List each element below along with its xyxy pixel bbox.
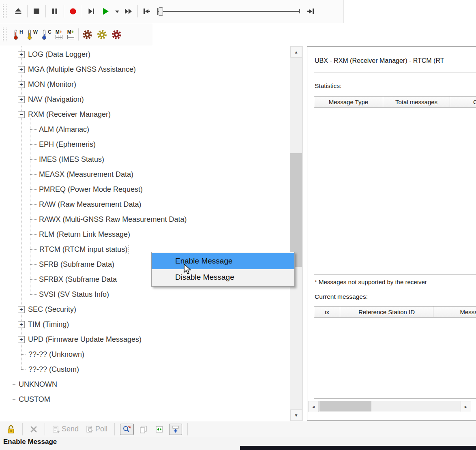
delete-button[interactable]	[28, 424, 39, 434]
tree-item[interactable]: −RXM (Receiver Manager)	[0, 107, 290, 122]
expand-icon[interactable]: +	[18, 81, 25, 88]
tree-item-label[interactable]: RTCM (RTCM input status)	[38, 245, 129, 254]
coldstart-button[interactable]: C	[41, 29, 51, 40]
tree-item[interactable]: MEASX (Measurement Data)	[0, 167, 290, 182]
tree-item[interactable]: ALM (Almanac)	[0, 122, 290, 137]
message-grid-red-button[interactable]: M+	[56, 30, 62, 39]
tree-item-label[interactable]: MON (Monitor)	[28, 80, 76, 89]
slider-track[interactable]	[157, 11, 300, 12]
scroll-up-button[interactable]: ▲	[290, 46, 302, 58]
tree-item[interactable]: +MGA (Multiple GNSS Assistance)	[0, 62, 290, 77]
play-options-dropdown[interactable]	[113, 3, 121, 20]
tree-item[interactable]: +UPD (Firmware Update Messages)	[0, 332, 290, 347]
config-gear-button-1[interactable]	[80, 26, 95, 43]
play-button[interactable]	[99, 3, 113, 20]
tree-item[interactable]: ??-?? (Unknown)	[0, 347, 290, 362]
tree-item-label[interactable]: RAWX (Multi-GNSS Raw Measurement Data)	[39, 215, 187, 224]
scrollbar-thumb[interactable]	[290, 153, 302, 267]
column-header[interactable]: Messa	[433, 306, 476, 318]
eject-button[interactable]	[11, 3, 26, 20]
lock-button[interactable]	[5, 424, 17, 435]
expand-icon[interactable]: +	[18, 306, 25, 313]
scroll-right-button[interactable]: ►	[461, 401, 471, 412]
tree-item-label[interactable]: PMREQ (Power Mode Request)	[39, 185, 143, 194]
scroll-lock-view-button[interactable]	[169, 424, 182, 435]
tree-item-label[interactable]: NAV (Navigation)	[28, 95, 84, 104]
tree-item-label[interactable]: RLM (Return Link Message)	[39, 230, 130, 239]
step-forward-button[interactable]	[84, 3, 99, 20]
column-header[interactable]: CF	[450, 96, 476, 108]
tree-item-label[interactable]: RAW (Raw Measurement Data)	[39, 200, 141, 209]
tree-item[interactable]: UNKNOWN	[0, 377, 290, 392]
tree-item-label[interactable]: ??-?? (Unknown)	[28, 350, 84, 359]
poll-button[interactable]: Poll	[84, 424, 109, 435]
tree-item-label[interactable]: SFRB (Subframe Data)	[39, 260, 114, 269]
tree-item[interactable]: ??-?? (Custom)	[0, 362, 290, 377]
tree-item[interactable]: +MON (Monitor)	[0, 77, 290, 92]
tree-item-label[interactable]: RXM (Receiver Manager)	[28, 110, 111, 119]
tree-item[interactable]: IMES (IMES Status)	[0, 152, 290, 167]
find-message-button[interactable]	[120, 424, 134, 435]
collapse-icon[interactable]: −	[18, 111, 25, 118]
tree-item-label[interactable]: MEASX (Measurement Data)	[39, 170, 133, 179]
context-menu-item[interactable]: Disable Message	[152, 269, 294, 285]
tree-item-label[interactable]: UPD (Firmware Update Messages)	[28, 335, 142, 344]
tree-item[interactable]: SVSI (SV Status Info)	[0, 287, 290, 302]
warmstart-button[interactable]: W	[26, 29, 38, 40]
tree-item-label[interactable]: EPH (Ephemeris)	[39, 140, 96, 149]
tree-item-label[interactable]: SFRBX (Subframe Data	[39, 275, 117, 284]
tree-item-label[interactable]: LOG (Data Logger)	[28, 50, 90, 59]
tree-item[interactable]: RLM (Return Link Message)	[0, 227, 290, 242]
expand-icon[interactable]: +	[18, 51, 25, 58]
send-button[interactable]: Send	[50, 424, 80, 435]
tree-item-label[interactable]: CUSTOM	[19, 395, 50, 404]
config-gear-button-3[interactable]	[109, 26, 124, 43]
vertical-scrollbar[interactable]: ▲ ▼	[290, 46, 302, 421]
fast-forward-button[interactable]	[121, 3, 136, 20]
auto-resize-button[interactable]	[153, 424, 165, 435]
playback-position-slider[interactable]	[157, 6, 300, 17]
stop-button[interactable]	[29, 3, 44, 20]
skip-to-end-button[interactable]	[303, 3, 318, 20]
toolbar-grip[interactable]	[3, 28, 7, 41]
scroll-down-button[interactable]: ▼	[290, 409, 302, 421]
tree-item[interactable]: +SEC (Security)	[0, 302, 290, 317]
tree-item[interactable]: EPH (Ephemeris)	[0, 137, 290, 152]
hotstart-button[interactable]: H	[13, 29, 23, 40]
slider-thumb[interactable]	[159, 7, 163, 16]
tree-item-label[interactable]: SVSI (SV Status Info)	[39, 290, 109, 299]
tree-item[interactable]: PMREQ (Power Mode Request)	[0, 182, 290, 197]
record-button[interactable]	[66, 3, 80, 20]
tree-item[interactable]: RAWX (Multi-GNSS Raw Measurement Data)	[0, 212, 290, 227]
tree-item-label[interactable]: UNKNOWN	[19, 380, 57, 389]
tree-item-label[interactable]: IMES (IMES Status)	[39, 155, 104, 164]
scroll-left-button[interactable]: ◄	[308, 401, 319, 412]
column-header[interactable]: ix	[314, 306, 340, 318]
tree-item-label[interactable]: MGA (Multiple GNSS Assistance)	[28, 65, 136, 74]
column-header[interactable]: Message Type	[314, 96, 383, 108]
tree-item[interactable]: +NAV (Navigation)	[0, 92, 290, 107]
expand-icon[interactable]: +	[18, 66, 25, 73]
toolbar-grip[interactable]	[3, 4, 7, 18]
config-gear-button-2[interactable]	[95, 26, 109, 43]
pause-button[interactable]	[47, 3, 62, 20]
context-menu-item[interactable]: Enable Message	[152, 253, 294, 269]
tree-item-label[interactable]: SEC (Security)	[28, 305, 76, 314]
message-grid-green-button[interactable]: M+	[67, 30, 74, 39]
expand-icon[interactable]: +	[18, 96, 25, 103]
expand-icon[interactable]: +	[18, 321, 25, 328]
expand-icon[interactable]: +	[18, 336, 25, 343]
skip-to-start-button[interactable]	[139, 3, 154, 20]
scrollbar-thumb[interactable]	[319, 401, 371, 411]
copy-view-button[interactable]	[137, 424, 150, 435]
tree-item[interactable]: RAW (Raw Measurement Data)	[0, 197, 290, 212]
tree-item[interactable]: +LOG (Data Logger)	[0, 47, 290, 62]
tree-item[interactable]: CUSTOM	[0, 392, 290, 407]
tree-item-label[interactable]: TIM (Timing)	[28, 320, 69, 329]
tree-item-label[interactable]: ??-?? (Custom)	[28, 365, 79, 374]
column-header[interactable]: Reference Station ID	[340, 306, 433, 318]
tree-item[interactable]: +TIM (Timing)	[0, 317, 290, 332]
column-header[interactable]: Total messages	[383, 96, 450, 108]
tree-item-label[interactable]: ALM (Almanac)	[39, 125, 89, 134]
horizontal-scrollbar[interactable]: ◄ ►	[308, 401, 471, 411]
